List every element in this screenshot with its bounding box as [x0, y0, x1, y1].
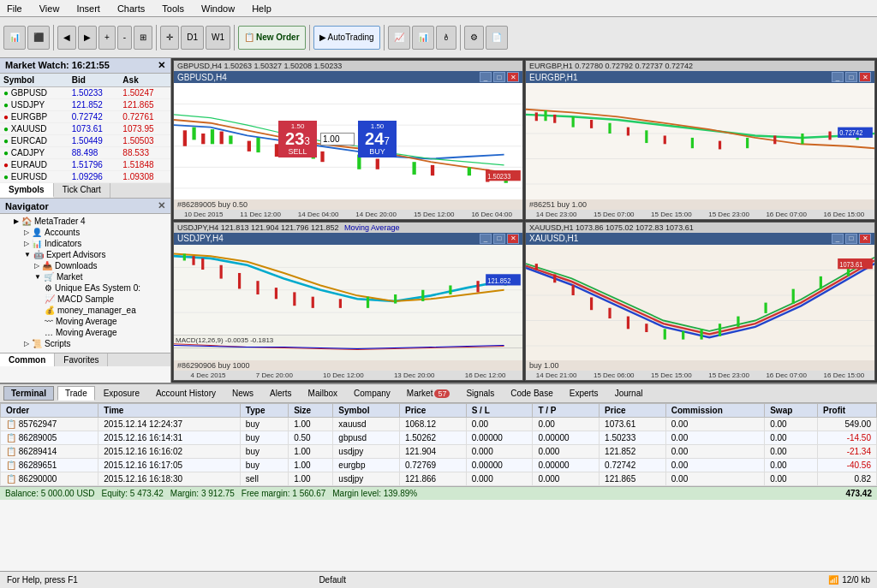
menu-file[interactable]: File — [3, 2, 26, 15]
mw-row[interactable]: ● EURGBP 0.72742 0.72761 — [0, 111, 170, 123]
col-time[interactable]: Time — [98, 404, 241, 418]
mw-col-symbol[interactable]: Symbol — [0, 74, 69, 87]
nav-item-mt4[interactable]: ▶ 🏠 MetaTrader 4 — [0, 216, 170, 227]
term-tab-alerts[interactable]: Alerts — [262, 386, 300, 401]
nav-item-macd-sample[interactable]: 📈 MACD Sample — [31, 294, 170, 305]
table-row[interactable]: 📋 86289005 2015.12.16 16:14:31 buy 0.50 … — [1, 431, 877, 445]
nav-item-moving-average[interactable]: 〰 Moving Average — [31, 316, 170, 327]
new-order-button[interactable]: 📋 New Order — [238, 26, 306, 50]
toolbar-btn-2[interactable]: ⬛ — [27, 26, 50, 50]
zoom-out-button[interactable]: - — [117, 26, 132, 50]
col-size[interactable]: Size — [289, 404, 333, 418]
autotrading-button[interactable]: ▶ AutoTrading — [313, 26, 380, 50]
table-row[interactable]: 📋 86289414 2015.12.16 16:16:02 buy 1.00 … — [1, 445, 877, 459]
chart-eurgbp-close[interactable]: ✕ — [859, 72, 871, 82]
nav-item-indicators[interactable]: ▷ 📊 Indicators — [10, 238, 170, 249]
nav-item-downloads[interactable]: ▷ 📥 Downloads — [21, 260, 170, 271]
col-tp[interactable]: T / P — [533, 404, 600, 418]
line-chart-button[interactable]: 📈 — [388, 26, 410, 50]
forward-button[interactable]: ▶ — [78, 26, 97, 50]
chart-gbpusd-close[interactable]: ✕ — [507, 72, 519, 82]
volume-input[interactable] — [320, 133, 355, 146]
buy-button[interactable]: 1.50 247 BUY — [358, 121, 397, 157]
market-watch-close[interactable]: ✕ — [158, 60, 165, 71]
template-button[interactable]: 📄 — [486, 26, 508, 50]
col-symbol[interactable]: Symbol — [333, 404, 400, 418]
sell-button[interactable]: 1.50 233 SELL — [278, 121, 317, 157]
col-sl[interactable]: S / L — [466, 404, 533, 418]
zoom-fit-button[interactable]: ⊞ — [134, 26, 152, 50]
term-tab-market[interactable]: Market57 — [399, 386, 458, 401]
chart-xauusd-close[interactable]: ✕ — [859, 234, 871, 244]
table-row[interactable]: 📋 85762947 2015.12.14 12:24:37 buy 1.00 … — [1, 418, 877, 431]
col-price[interactable]: Price — [399, 404, 466, 418]
term-tab-experts[interactable]: Experts — [562, 386, 606, 401]
mw-row[interactable]: ● CADJPY 88.498 88.533 — [0, 147, 170, 159]
col-type[interactable]: Type — [240, 404, 288, 418]
term-tab-account-history[interactable]: Account History — [148, 386, 224, 401]
period-w-button[interactable]: W1 — [206, 26, 230, 50]
mw-row[interactable]: ● XAUUSD 1073.61 1073.95 — [0, 123, 170, 135]
new-chart-button[interactable]: 📊 — [3, 26, 26, 50]
menu-window[interactable]: Window — [198, 2, 238, 15]
mw-col-ask[interactable]: Ask — [119, 74, 170, 87]
nav-item-accounts[interactable]: ▷ 👤 Accounts — [10, 227, 170, 238]
term-tab-company[interactable]: Company — [346, 386, 398, 401]
nav-tab-common[interactable]: Common — [0, 353, 55, 366]
col-profit[interactable]: Profit — [818, 404, 877, 418]
menu-view[interactable]: View — [36, 2, 63, 15]
tab-tick-chart[interactable]: Tick Chart — [54, 183, 110, 198]
chart-eurgbp-minimize[interactable]: _ — [832, 72, 844, 82]
menu-tools[interactable]: Tools — [158, 2, 188, 15]
term-tab-trade[interactable]: Trade — [57, 386, 95, 401]
mw-row[interactable]: ● EURCAD 1.50449 1.50503 — [0, 135, 170, 147]
menu-insert[interactable]: Insert — [73, 2, 104, 15]
nav-tab-favorites[interactable]: Favorites — [55, 353, 108, 366]
nav-item-market[interactable]: ▼ 🛒 Market — [21, 271, 170, 282]
mw-row[interactable]: ● EURUSD 1.09296 1.09308 — [0, 171, 170, 183]
term-tab-journal[interactable]: Journal — [607, 386, 651, 401]
col-curprice[interactable]: Price — [600, 404, 666, 418]
orders-scroll[interactable]: Order Time Type Size Symbol Price S / L … — [0, 403, 877, 486]
mw-row[interactable]: ● EURAUD 1.51796 1.51848 — [0, 159, 170, 171]
crosshair-button[interactable]: ✛ — [160, 26, 179, 50]
chart-usdjpy-minimize[interactable]: _ — [480, 234, 492, 244]
nav-item-unique-eas[interactable]: ⚙ Unique EAs System 0: — [31, 282, 170, 294]
chart-usdjpy-close[interactable]: ✕ — [507, 234, 519, 244]
term-tab-news[interactable]: News — [224, 386, 261, 401]
chart-usdjpy: USDJPY,H4 121.813 121.904 121.796 121.85… — [173, 222, 523, 382]
col-commission[interactable]: Commission — [665, 404, 764, 418]
chart-xauusd-minimize[interactable]: _ — [832, 234, 844, 244]
term-tab-signals[interactable]: Signals — [458, 386, 502, 401]
chart-gbpusd-minimize[interactable]: _ — [480, 72, 492, 82]
term-tab-mailbox[interactable]: Mailbox — [301, 386, 345, 401]
tab-symbols[interactable]: Symbols — [0, 183, 54, 198]
zoom-in-button[interactable]: + — [98, 26, 116, 50]
order-time: 2015.12.14 12:24:37 — [98, 418, 241, 431]
table-row[interactable]: 📋 86289651 2015.12.16 16:17:05 buy 1.00 … — [1, 459, 877, 472]
period-d-button[interactable]: D1 — [181, 26, 204, 50]
nav-item-more[interactable]: … Moving Average — [31, 327, 170, 338]
menu-help[interactable]: Help — [248, 2, 275, 15]
nav-item-scripts[interactable]: ▷ 📜 Scripts — [10, 338, 170, 349]
chart-gbpusd-maximize[interactable]: □ — [493, 72, 505, 82]
term-tab-exposure[interactable]: Exposure — [96, 386, 147, 401]
chart-usdjpy-maximize[interactable]: □ — [493, 234, 505, 244]
back-button[interactable]: ◀ — [57, 26, 76, 50]
term-tab-codebase[interactable]: Code Base — [503, 386, 560, 401]
menu-charts[interactable]: Charts — [114, 2, 148, 15]
bar-chart-button[interactable]: 📊 — [412, 26, 434, 50]
nav-item-experts[interactable]: ▼ 🤖 Expert Advisors — [10, 249, 170, 260]
chart-xauusd-maximize[interactable]: □ — [845, 234, 857, 244]
nav-item-money-manager[interactable]: 💰 money_manager_ea — [31, 305, 170, 316]
mw-col-bid[interactable]: Bid — [69, 74, 120, 87]
col-swap[interactable]: Swap — [765, 404, 818, 418]
candle-button[interactable]: 🕯 — [436, 26, 456, 50]
col-order[interactable]: Order — [1, 404, 98, 418]
indicators-button[interactable]: ⚙ — [464, 26, 484, 50]
mw-row[interactable]: ● GBPUSD 1.50233 1.50247 — [0, 87, 170, 99]
navigator-close[interactable]: ✕ — [158, 200, 165, 211]
chart-eurgbp-maximize[interactable]: □ — [845, 72, 857, 82]
table-row[interactable]: 📋 86290000 2015.12.16 16:18:30 sell 1.00… — [1, 472, 877, 486]
mw-row[interactable]: ● USDJPY 121.852 121.865 — [0, 99, 170, 111]
